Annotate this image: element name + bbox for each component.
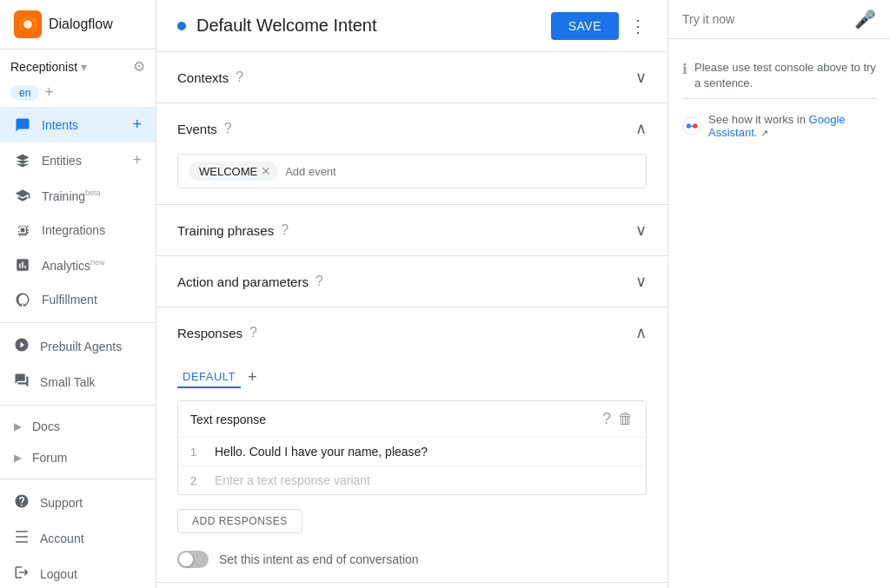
docs-label: Docs [32,420,60,433]
sidebar-item-prebuilt-agents[interactable]: Prebuilt Agents [0,328,156,364]
try-it-input[interactable] [682,12,847,26]
svg-point-4 [693,124,698,129]
google-assistant-icon [682,116,701,135]
support-icon [14,493,30,512]
sidebar-item-intents[interactable]: Intents + [0,107,156,142]
integration-icon [14,221,31,239]
agent-dropdown-icon: ▾ [81,60,87,74]
welcome-chip-remove[interactable]: ✕ [261,164,271,178]
text-response-header: Text response ? 🗑 [178,401,646,437]
sidebar-item-training[interactable]: Trainingbeta [0,178,156,213]
add-tab-icon[interactable]: + [244,365,261,390]
training-icon [14,187,31,204]
action-parameters-title: Action and parameters ? [177,274,323,289]
info-row: ℹ Please use test console above to try a… [682,53,876,99]
responses-tabs: DEFAULT + [156,358,668,390]
sidebar-item-docs[interactable]: ▶ Docs [0,411,156,442]
events-help-icon[interactable]: ? [224,121,232,136]
sidebar-item-analytics[interactable]: Analyticsnew [0,248,156,282]
training-label: Trainingbeta [42,188,142,203]
end-conversation-label: Set this intent as end of conversation [219,552,419,566]
sidebar-item-entities[interactable]: Entities + [0,142,156,178]
more-options-icon[interactable]: ⋮ [629,16,647,36]
main-header: Default Welcome Intent SAVE ⋮ [156,0,668,52]
sidebar-item-small-talk[interactable]: Small Talk [0,364,156,400]
text-response-delete-icon[interactable]: 🗑 [618,410,634,428]
prebuilt-icon [14,337,30,355]
svg-point-3 [687,124,692,129]
intent-title: Default Welcome Intent [196,16,551,36]
events-input-row: WELCOME ✕ [177,154,647,188]
response-placeholder-2[interactable]: Enter a text response variant [215,473,634,487]
account-icon [14,529,30,547]
lang-badge[interactable]: en [10,85,39,101]
svg-point-1 [23,20,32,29]
training-phrases-header[interactable]: Training phrases ? ∨ [156,205,668,255]
training-phrases-chevron: ∨ [635,221,647,240]
text-response-title: Text response [190,413,266,426]
sidebar-item-logout[interactable]: Logout [0,556,156,588]
agent-settings-icon[interactable]: ⚙ [133,58,145,75]
add-language-icon[interactable]: + [44,83,54,102]
training-phrases-section: Training phrases ? ∨ [156,205,668,256]
text-response-card: Text response ? 🗑 1 Hello. Could I have … [177,400,647,495]
sidebar-item-fulfillment[interactable]: Fulfillment [0,282,156,317]
try-it-header: 🎤 [668,0,890,39]
responses-section-header[interactable]: Responses ? ∧ [156,307,668,358]
training-phrases-help-icon[interactable]: ? [281,222,289,238]
text-response-actions: ? 🗑 [602,410,634,428]
divider-1 [0,322,156,323]
sidebar-item-support[interactable]: Support [0,485,156,520]
ga-row: See how it works in Google Assistant. ↗ [682,109,876,142]
end-conversation-toggle[interactable] [177,551,209,568]
contexts-section-header[interactable]: Contexts ? ∨ [156,52,668,102]
external-link-icon: ↗ [760,128,768,138]
entity-icon [14,152,31,169]
toggle-knob [179,552,193,566]
logo-text: Dialogflow [49,17,113,32]
action-parameters-header[interactable]: Action and parameters ? ∨ [156,256,668,307]
right-panel: 🎤 ℹ Please use test console above to try… [668,0,890,588]
fulfillment-icon [14,291,31,308]
logout-label: Logout [40,567,77,581]
response-num-1: 1 [190,446,204,459]
responses-help-icon[interactable]: ? [249,325,257,340]
small-talk-label: Small Talk [40,375,96,389]
dialogflow-logo-icon [14,10,42,38]
sidebar-item-integrations[interactable]: Integrations [0,213,156,248]
events-section: Events ? ∧ WELCOME ✕ [156,103,668,205]
forum-expand-icon: ▶ [14,452,22,464]
language-row: en + [10,83,145,102]
main-area: Default Welcome Intent SAVE ⋮ Contexts ?… [156,0,668,588]
tab-default[interactable]: DEFAULT [177,367,241,388]
response-text-1[interactable]: Hello. Could I have your name, please? [215,445,634,459]
contexts-section: Contexts ? ∨ [156,52,668,103]
agent-selector[interactable]: Receptionist ▾ ⚙ [0,50,156,83]
add-responses-button[interactable]: ADD RESPONSES [177,509,302,533]
add-entity-icon[interactable]: + [132,151,142,169]
responses-title: Responses ? [177,325,257,340]
prebuilt-agents-label: Prebuilt Agents [40,340,122,353]
add-intent-icon[interactable]: + [132,116,142,134]
fulfillment-section-header[interactable]: Fulfillment ? ∨ [156,583,668,588]
sidebar-item-forum[interactable]: ▶ Forum [0,442,156,473]
ga-text: See how it works in Google Assistant. ↗ [708,113,876,139]
docs-expand-icon: ▶ [14,420,22,433]
sidebar-item-account[interactable]: Account [0,520,156,556]
mic-icon[interactable]: 🎤 [854,9,876,30]
account-label: Account [40,532,84,545]
end-conversation-row: Set this intent as end of conversation [156,544,668,582]
contexts-help-icon[interactable]: ? [236,69,243,85]
action-parameters-help-icon[interactable]: ? [315,274,323,289]
response-num-2: 2 [190,474,204,487]
text-response-help-icon[interactable]: ? [602,410,611,428]
events-title: Events ? [177,121,232,136]
entities-label: Entities [42,154,122,168]
save-button[interactable]: SAVE [551,12,619,40]
events-body: WELCOME ✕ [156,154,668,204]
right-panel-body: ℹ Please use test console above to try a… [668,39,890,588]
add-event-input[interactable] [285,165,635,178]
training-phrases-title: Training phrases ? [177,222,289,238]
agent-name: Receptionist [10,60,77,74]
events-section-header[interactable]: Events ? ∧ [156,103,668,154]
